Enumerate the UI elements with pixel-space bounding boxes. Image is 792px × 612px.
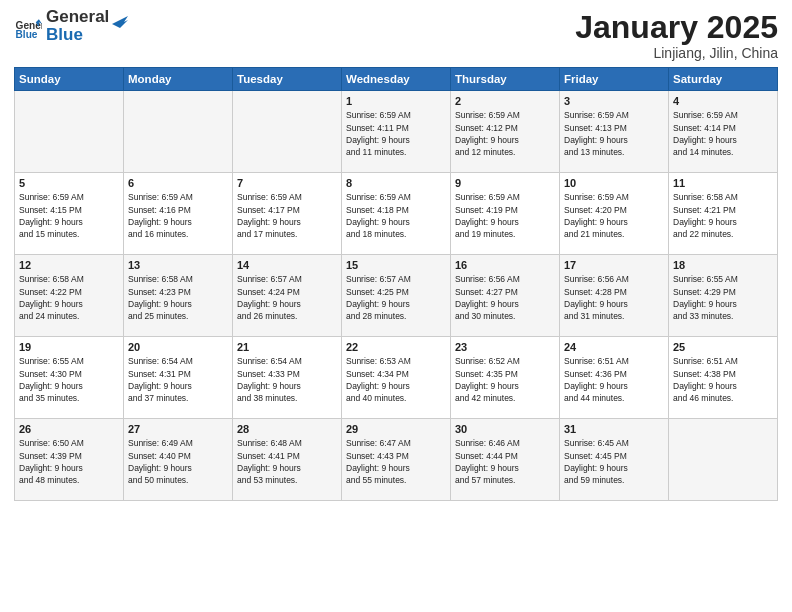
weekday-header-friday: Friday bbox=[560, 68, 669, 91]
day-number: 29 bbox=[346, 423, 446, 435]
day-number: 30 bbox=[455, 423, 555, 435]
calendar-cell bbox=[233, 91, 342, 173]
day-number: 18 bbox=[673, 259, 773, 271]
day-number: 16 bbox=[455, 259, 555, 271]
calendar-cell: 4Sunrise: 6:59 AM Sunset: 4:14 PM Daylig… bbox=[669, 91, 778, 173]
day-info: Sunrise: 6:54 AM Sunset: 4:31 PM Dayligh… bbox=[128, 355, 228, 404]
title-block: January 2025 Linjiang, Jilin, China bbox=[575, 10, 778, 61]
day-number: 1 bbox=[346, 95, 446, 107]
day-number: 12 bbox=[19, 259, 119, 271]
calendar-cell: 27Sunrise: 6:49 AM Sunset: 4:40 PM Dayli… bbox=[124, 419, 233, 501]
location: Linjiang, Jilin, China bbox=[575, 45, 778, 61]
day-number: 31 bbox=[564, 423, 664, 435]
day-info: Sunrise: 6:51 AM Sunset: 4:38 PM Dayligh… bbox=[673, 355, 773, 404]
day-info: Sunrise: 6:50 AM Sunset: 4:39 PM Dayligh… bbox=[19, 437, 119, 486]
day-info: Sunrise: 6:59 AM Sunset: 4:17 PM Dayligh… bbox=[237, 191, 337, 240]
calendar-cell: 18Sunrise: 6:55 AM Sunset: 4:29 PM Dayli… bbox=[669, 255, 778, 337]
logo-blue-text: Blue bbox=[46, 26, 128, 45]
day-number: 7 bbox=[237, 177, 337, 189]
day-info: Sunrise: 6:59 AM Sunset: 4:12 PM Dayligh… bbox=[455, 109, 555, 158]
day-number: 5 bbox=[19, 177, 119, 189]
logo-wing-icon bbox=[110, 8, 128, 28]
day-info: Sunrise: 6:59 AM Sunset: 4:18 PM Dayligh… bbox=[346, 191, 446, 240]
logo-icon: General Blue bbox=[14, 13, 42, 41]
day-number: 11 bbox=[673, 177, 773, 189]
day-info: Sunrise: 6:55 AM Sunset: 4:30 PM Dayligh… bbox=[19, 355, 119, 404]
day-info: Sunrise: 6:58 AM Sunset: 4:22 PM Dayligh… bbox=[19, 273, 119, 322]
calendar-week-row: 1Sunrise: 6:59 AM Sunset: 4:11 PM Daylig… bbox=[15, 91, 778, 173]
day-number: 22 bbox=[346, 341, 446, 353]
day-number: 2 bbox=[455, 95, 555, 107]
weekday-header-sunday: Sunday bbox=[15, 68, 124, 91]
day-info: Sunrise: 6:47 AM Sunset: 4:43 PM Dayligh… bbox=[346, 437, 446, 486]
header: General Blue General Blue January 2025 L… bbox=[14, 10, 778, 61]
day-info: Sunrise: 6:59 AM Sunset: 4:15 PM Dayligh… bbox=[19, 191, 119, 240]
calendar-cell: 12Sunrise: 6:58 AM Sunset: 4:22 PM Dayli… bbox=[15, 255, 124, 337]
weekday-header-tuesday: Tuesday bbox=[233, 68, 342, 91]
calendar-cell: 24Sunrise: 6:51 AM Sunset: 4:36 PM Dayli… bbox=[560, 337, 669, 419]
calendar-cell: 19Sunrise: 6:55 AM Sunset: 4:30 PM Dayli… bbox=[15, 337, 124, 419]
day-info: Sunrise: 6:53 AM Sunset: 4:34 PM Dayligh… bbox=[346, 355, 446, 404]
calendar-cell: 13Sunrise: 6:58 AM Sunset: 4:23 PM Dayli… bbox=[124, 255, 233, 337]
calendar-cell bbox=[15, 91, 124, 173]
day-info: Sunrise: 6:57 AM Sunset: 4:25 PM Dayligh… bbox=[346, 273, 446, 322]
calendar-cell: 9Sunrise: 6:59 AM Sunset: 4:19 PM Daylig… bbox=[451, 173, 560, 255]
day-number: 19 bbox=[19, 341, 119, 353]
day-number: 17 bbox=[564, 259, 664, 271]
calendar-cell: 7Sunrise: 6:59 AM Sunset: 4:17 PM Daylig… bbox=[233, 173, 342, 255]
calendar-cell: 1Sunrise: 6:59 AM Sunset: 4:11 PM Daylig… bbox=[342, 91, 451, 173]
calendar-cell: 8Sunrise: 6:59 AM Sunset: 4:18 PM Daylig… bbox=[342, 173, 451, 255]
day-number: 13 bbox=[128, 259, 228, 271]
calendar-cell: 29Sunrise: 6:47 AM Sunset: 4:43 PM Dayli… bbox=[342, 419, 451, 501]
svg-text:Blue: Blue bbox=[16, 29, 38, 40]
day-number: 27 bbox=[128, 423, 228, 435]
day-info: Sunrise: 6:55 AM Sunset: 4:29 PM Dayligh… bbox=[673, 273, 773, 322]
calendar-cell: 20Sunrise: 6:54 AM Sunset: 4:31 PM Dayli… bbox=[124, 337, 233, 419]
day-info: Sunrise: 6:56 AM Sunset: 4:27 PM Dayligh… bbox=[455, 273, 555, 322]
day-number: 10 bbox=[564, 177, 664, 189]
day-info: Sunrise: 6:58 AM Sunset: 4:21 PM Dayligh… bbox=[673, 191, 773, 240]
day-info: Sunrise: 6:48 AM Sunset: 4:41 PM Dayligh… bbox=[237, 437, 337, 486]
calendar-cell: 23Sunrise: 6:52 AM Sunset: 4:35 PM Dayli… bbox=[451, 337, 560, 419]
day-number: 25 bbox=[673, 341, 773, 353]
day-number: 9 bbox=[455, 177, 555, 189]
weekday-header-thursday: Thursday bbox=[451, 68, 560, 91]
calendar-week-row: 19Sunrise: 6:55 AM Sunset: 4:30 PM Dayli… bbox=[15, 337, 778, 419]
calendar-cell: 15Sunrise: 6:57 AM Sunset: 4:25 PM Dayli… bbox=[342, 255, 451, 337]
day-number: 14 bbox=[237, 259, 337, 271]
calendar-week-row: 5Sunrise: 6:59 AM Sunset: 4:15 PM Daylig… bbox=[15, 173, 778, 255]
day-info: Sunrise: 6:54 AM Sunset: 4:33 PM Dayligh… bbox=[237, 355, 337, 404]
day-info: Sunrise: 6:49 AM Sunset: 4:40 PM Dayligh… bbox=[128, 437, 228, 486]
calendar-cell: 30Sunrise: 6:46 AM Sunset: 4:44 PM Dayli… bbox=[451, 419, 560, 501]
day-info: Sunrise: 6:45 AM Sunset: 4:45 PM Dayligh… bbox=[564, 437, 664, 486]
calendar-cell: 3Sunrise: 6:59 AM Sunset: 4:13 PM Daylig… bbox=[560, 91, 669, 173]
day-info: Sunrise: 6:59 AM Sunset: 4:13 PM Dayligh… bbox=[564, 109, 664, 158]
calendar-cell: 28Sunrise: 6:48 AM Sunset: 4:41 PM Dayli… bbox=[233, 419, 342, 501]
day-info: Sunrise: 6:52 AM Sunset: 4:35 PM Dayligh… bbox=[455, 355, 555, 404]
month-title: January 2025 bbox=[575, 10, 778, 45]
day-info: Sunrise: 6:56 AM Sunset: 4:28 PM Dayligh… bbox=[564, 273, 664, 322]
day-number: 23 bbox=[455, 341, 555, 353]
calendar-week-row: 26Sunrise: 6:50 AM Sunset: 4:39 PM Dayli… bbox=[15, 419, 778, 501]
day-info: Sunrise: 6:59 AM Sunset: 4:14 PM Dayligh… bbox=[673, 109, 773, 158]
calendar-cell: 17Sunrise: 6:56 AM Sunset: 4:28 PM Dayli… bbox=[560, 255, 669, 337]
day-info: Sunrise: 6:51 AM Sunset: 4:36 PM Dayligh… bbox=[564, 355, 664, 404]
weekday-header-row: SundayMondayTuesdayWednesdayThursdayFrid… bbox=[15, 68, 778, 91]
day-number: 8 bbox=[346, 177, 446, 189]
day-info: Sunrise: 6:58 AM Sunset: 4:23 PM Dayligh… bbox=[128, 273, 228, 322]
day-info: Sunrise: 6:59 AM Sunset: 4:11 PM Dayligh… bbox=[346, 109, 446, 158]
calendar-week-row: 12Sunrise: 6:58 AM Sunset: 4:22 PM Dayli… bbox=[15, 255, 778, 337]
day-number: 4 bbox=[673, 95, 773, 107]
day-number: 6 bbox=[128, 177, 228, 189]
calendar-cell: 16Sunrise: 6:56 AM Sunset: 4:27 PM Dayli… bbox=[451, 255, 560, 337]
day-number: 15 bbox=[346, 259, 446, 271]
day-info: Sunrise: 6:57 AM Sunset: 4:24 PM Dayligh… bbox=[237, 273, 337, 322]
calendar-cell: 31Sunrise: 6:45 AM Sunset: 4:45 PM Dayli… bbox=[560, 419, 669, 501]
calendar-cell: 10Sunrise: 6:59 AM Sunset: 4:20 PM Dayli… bbox=[560, 173, 669, 255]
day-number: 21 bbox=[237, 341, 337, 353]
calendar-cell: 25Sunrise: 6:51 AM Sunset: 4:38 PM Dayli… bbox=[669, 337, 778, 419]
calendar-cell: 14Sunrise: 6:57 AM Sunset: 4:24 PM Dayli… bbox=[233, 255, 342, 337]
calendar-cell bbox=[124, 91, 233, 173]
calendar-cell: 2Sunrise: 6:59 AM Sunset: 4:12 PM Daylig… bbox=[451, 91, 560, 173]
day-info: Sunrise: 6:59 AM Sunset: 4:16 PM Dayligh… bbox=[128, 191, 228, 240]
